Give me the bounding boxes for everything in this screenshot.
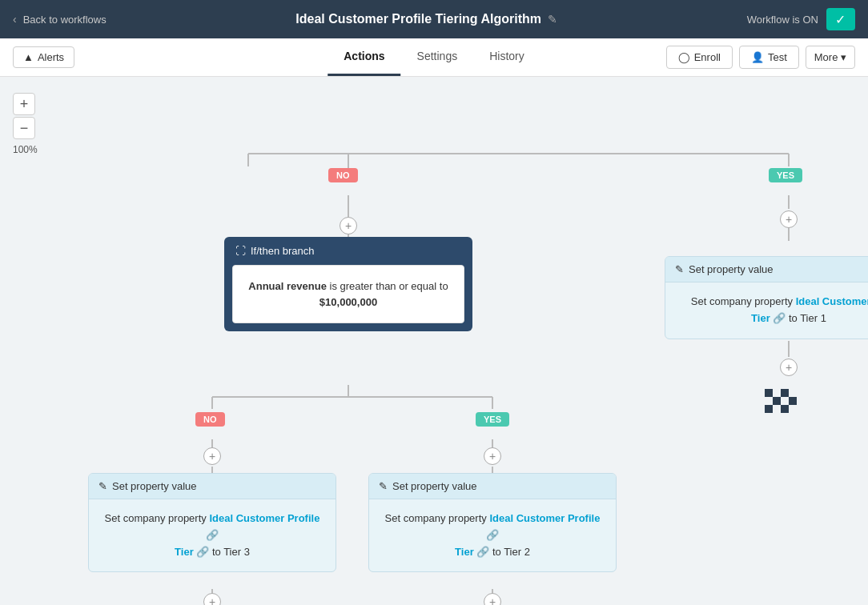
top-no-badge-wrapper: NO [328,168,358,182]
zoom-in-button[interactable]: + [13,93,35,115]
back-arrow-icon: ‹ [13,13,17,26]
tab-settings[interactable]: Settings [401,38,474,76]
bottom-yes-badge-wrapper: YES [476,411,509,427]
bottom-no-badge-wrapper: NO [195,411,225,427]
setprop-tier2-plain2: to Tier 2 [489,546,530,558]
add-step-after-tier2[interactable]: + [484,593,501,605]
back-to-workflows[interactable]: ‹ Back to workflows [13,13,106,26]
top-yes-badge: YES [769,168,802,182]
workflow-title-area: Ideal Customer Profile Tiering Algorithm… [295,12,557,26]
condition-field: Annual revenue [248,280,327,292]
alerts-label: Alerts [38,51,64,63]
workflow-toggle[interactable]: ✓ [826,8,855,30]
test-button[interactable]: 👤 Test [739,46,799,69]
alerts-button[interactable]: ▲ Alerts [13,46,74,68]
ext-link-icon-tier2: 🔗 [486,529,499,541]
setprop-tier1-body: Set company property Ideal Customer 🔗Tie… [665,282,868,339]
subnav-left: ▲ Alerts [13,46,74,68]
setprop-tier3-body: Set company property Ideal Customer Prof… [89,499,336,571]
zoom-level: 100% [13,144,38,155]
ext-link2-icon-tier1: 🔗 [773,312,786,324]
workflow-status: Workflow is ON [747,14,818,26]
setprop-tier1-header: ✎ Set property value [665,257,868,282]
enroll-icon: ◯ [678,51,690,63]
setprop-tier2-node[interactable]: ✎ Set property value Set company propert… [368,473,617,572]
end-node-tier1 [765,389,797,415]
tab-actions[interactable]: Actions [328,38,400,76]
plus-after-tier2: + [484,593,501,605]
enroll-label: Enroll [694,51,721,63]
topbar-right: Workflow is ON ✓ [747,8,855,30]
more-label: More ▾ [814,51,846,63]
add-step-top-yes[interactable]: + [780,210,798,228]
plus-top-no: + [340,217,357,234]
bottom-yes-badge: YES [476,412,509,427]
test-icon: 👤 [751,51,764,63]
setprop-tier2-header: ✎ Set property value [369,474,616,499]
ifthen-node-wrapper: ⛶ If/then branch Annual revenue is great… [224,237,472,331]
setprop-tier3-node[interactable]: ✎ Set property value Set company propert… [88,473,336,572]
setprop-tier2-label: Set property value [392,480,477,492]
setprop-tier2-body: Set company property Ideal Customer Prof… [369,499,616,571]
setprop-tier1-wrapper: ✎ Set property value Set company propert… [665,256,868,339]
add-step-bottom-no[interactable]: + [203,447,221,465]
setprop-tier3-plain1: Set company property [105,512,210,524]
plus-top-yes: + [780,210,798,228]
condition-operator: is greater than or equal to [327,280,448,292]
setprop-tier3-label: Set property value [112,480,197,492]
add-step-top-no[interactable]: + [340,217,357,234]
plus-bottom-yes: + [484,447,501,465]
ifthen-label: If/then branch [251,245,315,257]
subnav-right: ◯ Enroll 👤 Test More ▾ [666,46,855,69]
setprop-tier1-label: Set property value [689,263,774,275]
plus-bottom-no: + [203,447,221,465]
setprop-icon-tier2: ✎ [379,480,388,492]
setprop-tier1-plain1: Set company property [691,295,796,307]
subnav: ▲ Alerts Actions Settings History ◯ Enro… [0,38,868,77]
top-no-badge: NO [328,168,358,182]
zoom-controls: + − 100% [13,93,38,155]
plus-after-tier1: + [780,359,798,376]
back-label: Back to workflows [23,14,106,26]
setprop-tier1-plain2: to Tier 1 [786,312,826,324]
ext-link2-icon-tier3: 🔗 [196,546,209,558]
more-button[interactable]: More ▾ [806,46,855,69]
branch-icon: ⛶ [235,245,246,257]
top-yes-badge-wrapper: YES [769,168,802,182]
topbar: ‹ Back to workflows Ideal Customer Profi… [0,0,868,38]
ifthen-header: ⛶ If/then branch [224,237,472,265]
add-step-after-tier3[interactable]: + [203,593,221,605]
workflow-title: Ideal Customer Profile Tiering Algorithm [295,12,541,26]
setprop-tier3-wrapper: ✎ Set property value Set company propert… [88,473,336,572]
test-label: Test [768,51,787,63]
setprop-tier1-node[interactable]: ✎ Set property value Set company propert… [665,256,868,339]
add-step-bottom-yes[interactable]: + [484,447,501,465]
bottom-no-badge: NO [195,412,225,427]
ifthen-body: Annual revenue is greater than or equal … [232,265,464,323]
enroll-button[interactable]: ◯ Enroll [666,46,733,69]
condition-value: $10,000,000 [319,296,377,308]
edit-title-icon[interactable]: ✎ [548,13,557,26]
add-step-after-tier1[interactable]: + [780,359,798,376]
subnav-tabs: Actions Settings History [328,38,540,76]
setprop-tier2-plain1: Set company property [385,512,490,524]
plus-after-tier3: + [203,593,221,605]
condition-text: Annual revenue is greater than or equal … [246,278,451,310]
setprop-tier3-plain2: to Tier 3 [209,546,250,558]
workflow-canvas: + − 100% [0,77,868,605]
setprop-icon-tier1: ✎ [675,263,684,275]
end-checker-tier1 [765,389,797,415]
ifthen-branch-node[interactable]: ⛶ If/then branch Annual revenue is great… [224,237,472,331]
alerts-icon: ▲ [23,51,34,63]
tab-history[interactable]: History [473,38,540,76]
zoom-out-button[interactable]: − [13,117,35,139]
ext-link2-icon-tier2: 🔗 [476,546,489,558]
setprop-tier2-wrapper: ✎ Set property value Set company propert… [368,473,617,572]
setprop-icon-tier3: ✎ [98,480,107,492]
ext-link-icon-tier3: 🔗 [206,529,219,541]
setprop-tier3-header: ✎ Set property value [89,474,336,499]
